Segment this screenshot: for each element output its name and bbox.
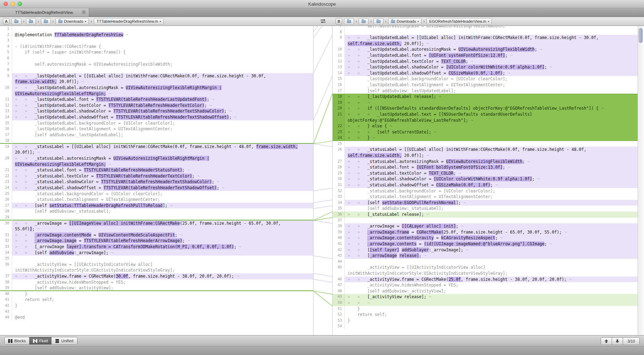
breadcrumb-downloads[interactable]: Downloads▾ bbox=[55, 18, 89, 25]
next-diff-button[interactable] bbox=[612, 338, 623, 345]
minimize-window-button[interactable] bbox=[11, 2, 15, 6]
code-line[interactable]: 15 _lastUpdatedLabel.backgroundColor = [… bbox=[333, 76, 638, 82]
code-line[interactable]: 28» » _statusLabel.font = [UIFont boldSy… bbox=[333, 164, 638, 170]
code-line[interactable]: 20» » if ([[NSUserDefaults standardUserD… bbox=[333, 105, 638, 111]
code-line[interactable]: 16 _lastUpdatedLabel.textAlignment = UIT… bbox=[0, 126, 313, 132]
file-b-pane[interactable]: 7 self.autoresizingMask = UIViewAutoresi… bbox=[333, 26, 638, 335]
code-line[interactable]: 12» » _lastUpdatedLabel.textColor = TTST… bbox=[0, 103, 313, 109]
code-line[interactable]: 50» » ¬ bbox=[333, 300, 638, 306]
code-line[interactable]: 48 [self addSubview:_activityView]; bbox=[333, 288, 638, 294]
code-line[interactable]: 26» » _statusLabel = [[UILabel alloc] in… bbox=[333, 147, 638, 153]
code-line[interactable]: 36» » [_statusLabel release]; ¬ bbox=[333, 212, 638, 218]
code-line[interactable]: 11» » _lastUpdatedLabel.font = [UIFont s… bbox=[333, 53, 638, 59]
code-line[interactable]: 32» » _arrowImage.image = TTSTYLEVAR(tab… bbox=[0, 238, 313, 244]
code-line[interactable]: 13» » _lastUpdatedLabel.shadowColor = TT… bbox=[0, 108, 313, 114]
code-line[interactable]: 39» » _arrowImage.frame = CGRectMake(25.… bbox=[333, 229, 638, 235]
code-line[interactable]: 35 bbox=[0, 256, 313, 262]
code-line[interactable]: 28 [self addSubview:_statusLabel]; bbox=[0, 208, 313, 214]
code-line[interactable]: 20» » _statusLabel.autoresizingMask = UI… bbox=[0, 155, 313, 162]
code-line[interactable]: 22» » _statusLabel.textColor = TTSTYLEVA… bbox=[0, 173, 313, 179]
code-line[interactable]: UIViewAutoresizingFlexibleLeftMargin; ¬ bbox=[0, 162, 313, 168]
code-line[interactable]: self.frame.size.width, 20.0f)]; ¬ bbox=[333, 41, 638, 47]
code-line[interactable]: UIViewAutoresizingFlexibleLeftMargin; ¬ bbox=[0, 91, 313, 97]
code-line[interactable]: 42» » [[self layer] addSublayer:_arrowIm… bbox=[333, 247, 638, 253]
code-line[interactable]: 3 bbox=[0, 38, 313, 44]
code-line[interactable]: 18 bbox=[0, 138, 313, 144]
code-line[interactable]: 23» » » [self setCurrentDate]; ¬ bbox=[333, 129, 638, 135]
code-line[interactable]: 29 bbox=[0, 214, 313, 220]
code-line[interactable]: 27» » _statusLabel.autoresizingMask = UI… bbox=[333, 159, 638, 165]
code-line[interactable]: 16 _lastUpdatedLabel.textAlignment = UIT… bbox=[333, 82, 638, 88]
code-line[interactable]: 14» » _lastUpdatedLabel.shadowOffset = T… bbox=[0, 114, 313, 120]
code-line[interactable]: 42} bbox=[0, 303, 313, 309]
code-line[interactable]: 2@implementation TTTableHeaderDragRefres… bbox=[0, 32, 313, 38]
code-line[interactable]: 34» » [self addSubview:_arrowImage]; ¬ bbox=[0, 250, 313, 256]
code-line[interactable]: 8 bbox=[333, 29, 638, 35]
code-line[interactable]: 33 _statusLabel.textAlignment = UITextAl… bbox=[333, 194, 638, 200]
code-line[interactable]: 6 bbox=[0, 55, 313, 61]
code-line[interactable]: 43 bbox=[0, 309, 313, 315]
code-line[interactable]: 18» » [_lastUpdatedLabel release]; ¬ bbox=[333, 94, 638, 100]
close-window-button[interactable] bbox=[4, 2, 8, 6]
code-line[interactable]: 19» » _statusLabel = [[UILabel alloc] in… bbox=[0, 144, 313, 150]
code-line[interactable]: 20.0f)]; ¬ bbox=[0, 149, 313, 155]
code-line[interactable]: initWithActivityIndicatorStyle:UIActivit… bbox=[0, 267, 313, 273]
code-line[interactable]: 17 [self addSubview:_lastUpdatedLabel]; bbox=[333, 88, 638, 94]
code-line[interactable]: 52 return self; bbox=[333, 312, 638, 318]
code-line[interactable]: 34» » [self setState:EGOOPullRefreshNorm… bbox=[333, 200, 638, 206]
code-line[interactable]: 41 return self; bbox=[0, 297, 313, 303]
code-line[interactable]: 17 [self addSubview:_lastUpdatedLabel]; bbox=[0, 132, 313, 138]
code-line[interactable]: 46» » _activityView.frame = CGRectMake(2… bbox=[333, 277, 638, 283]
breadcrumb-folder[interactable] bbox=[359, 18, 369, 25]
code-line[interactable]: 53} bbox=[333, 318, 638, 324]
code-line[interactable]: 54 bbox=[333, 323, 638, 329]
code-line[interactable]: 43» » [_arrowImage release]; ¬ bbox=[333, 253, 638, 259]
code-line[interactable]: 14» » _lastUpdatedLabel.shadowOffset = C… bbox=[333, 70, 638, 76]
code-line[interactable]: 24» » } ¬ bbox=[333, 135, 638, 141]
code-line[interactable]: 47 _activityView.hidesWhenStopped = YES; bbox=[333, 282, 638, 288]
code-line[interactable]: 26 _statusLabel.textAlignment = UITextAl… bbox=[0, 197, 313, 203]
breadcrumb-folder[interactable] bbox=[11, 18, 21, 25]
code-line[interactable]: 21» » » _lastUpdatedLabel.text = [[NSUse… bbox=[333, 111, 638, 118]
code-line[interactable]: 13» » _lastUpdatedLabel.shadowColor = [U… bbox=[333, 64, 638, 70]
code-line[interactable]: 38 _activityView.hidesWhenStopped = YES; bbox=[0, 279, 313, 285]
code-line[interactable]: 36 _activityView = [[UIActivityIndicator… bbox=[0, 262, 313, 268]
code-line[interactable]: 21» » _statusLabel.font = TTSTYLEVAR(tab… bbox=[0, 167, 313, 173]
tab-document[interactable]: TTTableHeaderDragRefreshView. × bbox=[0, 8, 89, 17]
breadcrumb-file-a[interactable]: TTTableHeaderDragRefreshView.m▾ bbox=[94, 18, 164, 25]
code-line[interactable]: 19» » ¬ bbox=[333, 100, 638, 106]
code-line[interactable]: frame.size.width, 20.0f)]; ¬ bbox=[0, 79, 313, 85]
code-line[interactable]: objectForKey:@"EGORefreshTableView_LastR… bbox=[333, 118, 638, 124]
view-mode-blocks[interactable]: Blocks bbox=[5, 337, 29, 344]
code-line[interactable]: 1 bbox=[0, 26, 313, 32]
file-a-pane[interactable]: 12@implementation TTTableHeaderDragRefre… bbox=[0, 26, 313, 335]
breadcrumb-folder[interactable] bbox=[374, 18, 383, 25]
breadcrumb-file-b[interactable]: EGORefreshTableHeaderView.m▾ bbox=[426, 18, 492, 25]
breadcrumb-folder[interactable] bbox=[26, 18, 36, 25]
code-line[interactable]: 33» » [_arrowImage layer].transform = CA… bbox=[0, 244, 313, 250]
code-line[interactable]: 25 _statusLabel.backgroundColor = [UICol… bbox=[0, 191, 313, 197]
code-line[interactable]: 45 _activityView = [[UIActivityIndicator… bbox=[333, 264, 638, 271]
code-line[interactable]: initWithActivityIndicatorStyle:UIActivit… bbox=[333, 271, 638, 277]
swap-files-button[interactable] bbox=[320, 19, 326, 24]
breadcrumb-downloads[interactable]: Downloads▾ bbox=[388, 18, 422, 25]
tab-close-icon[interactable]: × bbox=[81, 10, 86, 15]
code-line[interactable]: 9» » _lastUpdatedLabel = [[UILabel alloc… bbox=[0, 73, 313, 79]
code-line[interactable]: 4- (id)initWithFrame:(CGRect)frame { bbox=[0, 44, 313, 50]
code-line[interactable]: 15 _lastUpdatedLabel.backgroundColor = [… bbox=[0, 120, 313, 126]
code-line[interactable]: 5 if (self = [super initWithFrame:frame]… bbox=[0, 49, 313, 55]
code-line[interactable]: 10» » _lastUpdatedLabel.autoresizingMask… bbox=[0, 85, 313, 91]
code-line[interactable]: 41» » _arrowImage.contents = (id)[UIImag… bbox=[333, 241, 638, 247]
code-line[interactable]: 10» » _lastUpdatedLabel.autoresizingMask… bbox=[333, 47, 638, 53]
code-line[interactable]: 12» » _lastUpdatedLabel.textColor = TEXT… bbox=[333, 59, 638, 65]
code-line[interactable]: 24» » _statusLabel.shadowOffset = TTSTYL… bbox=[0, 185, 313, 191]
zoom-window-button[interactable] bbox=[18, 2, 22, 6]
code-line[interactable]: 44@end bbox=[0, 315, 313, 321]
code-line[interactable]: 55.0f)]; ¬ bbox=[0, 226, 313, 232]
code-line[interactable]: 7 self.autoresizingMask = UIViewAutoresi… bbox=[0, 61, 313, 67]
code-line[interactable]: 27» » [self setStatus:TTTableHeaderDragR… bbox=[0, 203, 313, 209]
code-line[interactable]: 23» » _statusLabel.shadowColor = TTSTYLE… bbox=[0, 179, 313, 185]
breadcrumb-folder[interactable] bbox=[41, 18, 51, 25]
code-line[interactable]: 30» » _statusLabel.shadowColor = [UIColo… bbox=[333, 176, 638, 182]
code-line[interactable]: 7 self.autoresizingMask = UIViewAutoresi… bbox=[333, 26, 638, 29]
